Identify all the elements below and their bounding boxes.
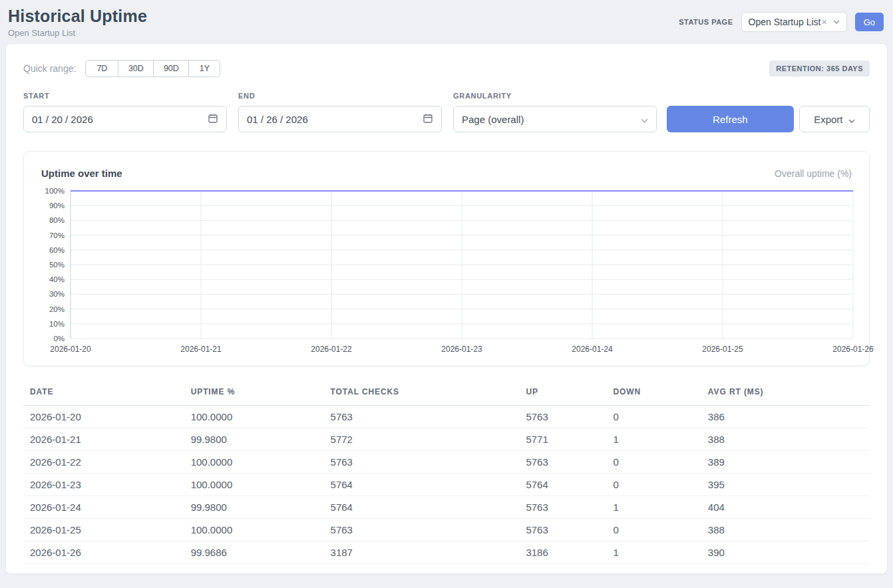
table-cell: 99.9800 — [184, 496, 324, 519]
granularity-value: Page (overall) — [462, 114, 524, 125]
x-tick-label: 2026-01-26 — [832, 345, 873, 354]
chevron-down-icon — [641, 114, 648, 125]
table-row: 2026-01-2699.9686318731861390 — [23, 541, 870, 564]
quick-range-90d-button[interactable]: 90D — [153, 60, 189, 77]
table-cell: 0 — [606, 519, 701, 541]
table-cell: 99.9800 — [184, 428, 324, 451]
calendar-icon[interactable] — [208, 113, 218, 126]
table-cell: 2026-01-25 — [23, 519, 184, 541]
refresh-button[interactable]: Refresh — [667, 106, 794, 132]
table-row: 2026-01-2499.9800576457631404 — [23, 496, 870, 519]
x-tick-label: 2026-01-25 — [702, 345, 743, 354]
table-header-cell: AVG RT (MS) — [701, 382, 870, 406]
table-header-cell: DATE — [23, 382, 184, 406]
end-date-label: END — [238, 92, 442, 100]
page-subtitle: Open Startup List — [8, 28, 147, 38]
table-cell: 2026-01-21 — [23, 428, 184, 451]
y-tick-label: 50% — [49, 261, 65, 269]
table-cell: 0 — [606, 406, 701, 428]
page-title: Historical Uptime — [8, 7, 147, 26]
y-tick-label: 20% — [49, 305, 65, 313]
table-cell: 0 — [606, 474, 701, 496]
quick-range-label: Quick range: — [23, 63, 76, 74]
uptime-chart: 100%90%80%70%60%50%40%30%20%10%0% — [40, 191, 853, 339]
header-controls: STATUS PAGE Open Startup List × Go — [679, 12, 884, 32]
table-cell: 404 — [701, 496, 870, 519]
table-cell: 5763 — [519, 451, 606, 474]
table-cell: 5763 — [519, 496, 606, 519]
chart-legend: Overall uptime (%) — [775, 168, 852, 179]
table-row: 2026-01-2199.9800577257711388 — [23, 428, 870, 451]
clear-icon[interactable]: × — [821, 17, 826, 27]
status-page-value: Open Startup List — [749, 17, 821, 27]
table-cell: 100.0000 — [184, 519, 324, 541]
table-cell: 1 — [606, 496, 701, 519]
granularity-field-group: GRANULARITY Page (overall) — [453, 92, 657, 132]
chart-plot-area — [71, 191, 853, 339]
table-cell: 1 — [606, 428, 701, 451]
table-cell: 3187 — [324, 541, 520, 564]
calendar-icon[interactable] — [423, 113, 433, 126]
quick-range-7d-button[interactable]: 7D — [85, 60, 118, 77]
table-header-cell: TOTAL CHECKS — [324, 382, 520, 406]
table-cell: 2026-01-20 — [23, 406, 184, 428]
y-tick-label: 10% — [49, 320, 65, 328]
end-date-input[interactable]: 01 / 26 / 2026 — [238, 106, 442, 132]
y-tick-label: 0% — [53, 335, 65, 343]
x-tick-label: 2026-01-20 — [50, 345, 90, 354]
table-cell: 5763 — [324, 406, 520, 428]
table-cell: 1 — [606, 541, 701, 564]
table-header-cell: DOWN — [606, 382, 701, 406]
table-cell: 5764 — [519, 474, 606, 496]
granularity-label: GRANULARITY — [453, 92, 657, 100]
start-date-label: START — [23, 92, 227, 100]
uptime-chart-svg — [71, 191, 853, 339]
retention-badge: RETENTION: 365 DAYS — [769, 61, 870, 76]
table-header-cell: UPTIME % — [184, 382, 324, 406]
main-panel: Quick range: 7D30D90D1Y RETENTION: 365 D… — [5, 43, 888, 574]
go-button[interactable]: Go — [855, 13, 884, 31]
table-header-cell: UP — [519, 382, 606, 406]
table-cell: 2026-01-26 — [23, 541, 184, 564]
end-date-value: 01 / 26 / 2026 — [247, 114, 308, 125]
table-cell: 3186 — [519, 541, 606, 564]
daily-uptime-table: DATEUPTIME %TOTAL CHECKSUPDOWNAVG RT (MS… — [23, 382, 870, 564]
y-tick-label: 90% — [49, 202, 65, 210]
table-row: 2026-01-23100.0000576457640395 — [23, 474, 870, 496]
chevron-down-icon — [833, 20, 840, 24]
end-date-field-group: END 01 / 26 / 2026 — [238, 92, 442, 132]
start-date-field-group: START 01 / 20 / 2026 — [23, 92, 227, 132]
table-row: 2026-01-22100.0000576357630389 — [23, 451, 870, 474]
table-cell: 2026-01-24 — [23, 496, 184, 519]
filter-row: START 01 / 20 / 2026 END 01 / 26 / 2026 — [23, 92, 870, 132]
table-cell: 390 — [701, 541, 870, 564]
table-cell: 395 — [701, 474, 870, 496]
x-tick-label: 2026-01-23 — [441, 345, 482, 354]
quick-range-group: 7D30D90D1Y — [85, 60, 220, 77]
page-heading-block: Historical Uptime Open Startup List — [8, 7, 147, 38]
x-tick-label: 2026-01-24 — [572, 345, 612, 354]
table-row: 2026-01-25100.0000576357630388 — [23, 519, 870, 541]
x-tick-label: 2026-01-21 — [180, 345, 221, 354]
status-page-select[interactable]: Open Startup List × — [741, 12, 847, 32]
export-button[interactable]: Export — [799, 106, 870, 132]
y-tick-label: 40% — [49, 275, 65, 283]
table-cell: 5763 — [324, 451, 520, 474]
quick-range-30d-button[interactable]: 30D — [118, 60, 154, 77]
quick-range-1y-button[interactable]: 1Y — [188, 60, 220, 77]
table-cell: 389 — [701, 451, 870, 474]
table-cell: 5772 — [324, 428, 520, 451]
status-page-label: STATUS PAGE — [679, 18, 733, 26]
start-date-input[interactable]: 01 / 20 / 2026 — [23, 106, 227, 132]
table-row: 2026-01-20100.0000576357630386 — [23, 406, 870, 428]
table-cell: 100.0000 — [184, 451, 324, 474]
uptime-chart-card: Uptime over time Overall uptime (%) 100%… — [23, 151, 870, 366]
table-cell: 100.0000 — [184, 474, 324, 496]
granularity-select[interactable]: Page (overall) — [453, 106, 657, 132]
table-cell: 5771 — [519, 428, 606, 451]
y-tick-label: 30% — [49, 290, 65, 298]
y-tick-label: 100% — [45, 187, 65, 195]
table-cell: 388 — [701, 519, 870, 541]
table-cell: 5763 — [519, 519, 606, 541]
y-tick-label: 80% — [49, 216, 65, 224]
